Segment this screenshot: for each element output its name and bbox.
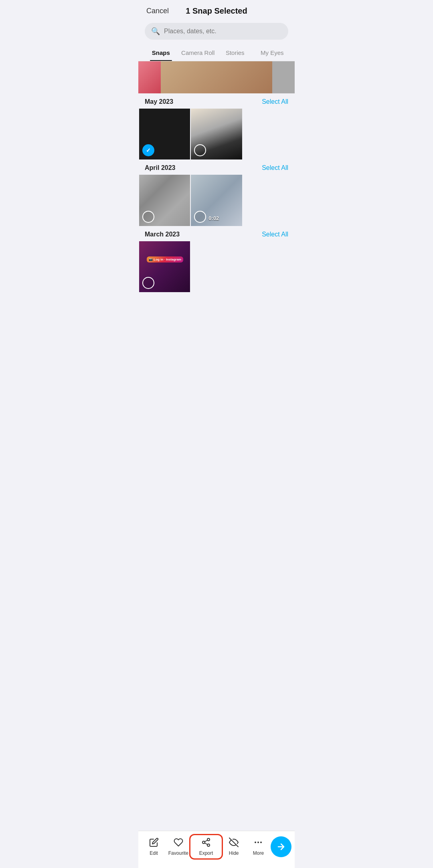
search-input[interactable] <box>164 28 282 35</box>
section-title-april: April 2023 <box>145 164 175 172</box>
section-may-2023: May 2023 Select All <box>138 93 295 109</box>
photo-cell-apr-2[interactable]: 0:02 <box>191 175 242 226</box>
search-bar: 🔍 <box>138 20 295 44</box>
tab-snaps[interactable]: Snaps <box>142 44 180 61</box>
photo-cell-may-1[interactable] <box>139 109 190 159</box>
section-april-2023: April 2023 Select All <box>138 159 295 175</box>
strip-item <box>272 61 295 93</box>
tab-my-eyes[interactable]: My Eyes <box>254 44 291 61</box>
strip-item <box>161 61 273 93</box>
page-title: 1 Snap Selected <box>186 6 247 16</box>
tabs-container: Snaps Camera Roll Stories My Eyes <box>138 44 295 61</box>
photo-cell-may-2[interactable] <box>191 109 242 159</box>
photo-grid-may <box>138 109 295 159</box>
video-duration-apr-2: 0:02 <box>208 215 219 221</box>
select-circle-mar-1[interactable] <box>142 277 154 289</box>
select-all-april-button[interactable]: Select All <box>262 164 288 172</box>
instagram-logo-overlay: 📷 Log in · Instagram <box>147 256 183 262</box>
tab-stories[interactable]: Stories <box>216 44 254 61</box>
select-circle-may-2[interactable] <box>194 144 206 156</box>
strip-item <box>138 61 161 93</box>
search-container: 🔍 <box>145 23 288 40</box>
select-circle-apr-1[interactable] <box>142 211 154 223</box>
select-circle-may-1[interactable] <box>142 144 154 156</box>
cancel-button[interactable]: Cancel <box>146 7 169 15</box>
top-preview-strip <box>138 61 295 93</box>
tab-camera-roll[interactable]: Camera Roll <box>180 44 217 61</box>
section-title-may: May 2023 <box>145 98 173 105</box>
select-circle-apr-2[interactable] <box>194 211 206 223</box>
header: Cancel 1 Snap Selected <box>138 0 295 20</box>
photo-grid-march: 📷 Log in · Instagram <box>138 241 295 292</box>
select-all-may-button[interactable]: Select All <box>262 98 288 105</box>
photo-cell-mar-1[interactable]: 📷 Log in · Instagram <box>139 241 190 292</box>
photo-grid-april: 0:02 <box>138 175 295 226</box>
photo-cell-apr-1[interactable] <box>139 175 190 226</box>
section-title-march: March 2023 <box>145 231 180 238</box>
select-all-march-button[interactable]: Select All <box>262 231 288 238</box>
section-march-2023: March 2023 Select All <box>138 226 295 241</box>
search-icon: 🔍 <box>151 27 160 36</box>
